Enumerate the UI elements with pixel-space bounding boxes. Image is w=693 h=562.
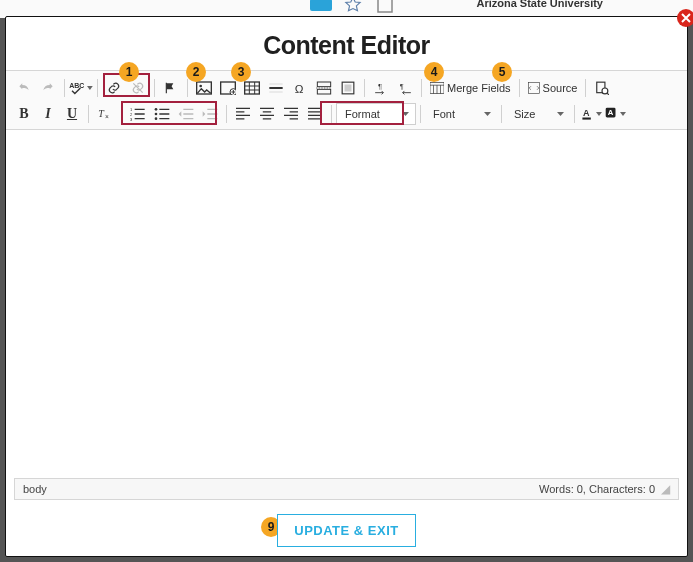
merge-fields-button[interactable]: Merge Fields bbox=[426, 77, 515, 99]
redo-button[interactable] bbox=[36, 76, 60, 100]
removeformat-button[interactable]: T× bbox=[93, 102, 117, 126]
bg-color-button[interactable]: A bbox=[603, 102, 627, 126]
svg-point-5 bbox=[199, 85, 202, 88]
link-button[interactable] bbox=[102, 76, 126, 100]
format-label: Format bbox=[345, 108, 380, 120]
page-title: Content Editor bbox=[6, 17, 687, 70]
svg-rect-10 bbox=[317, 82, 330, 87]
size-label: Size bbox=[514, 108, 535, 120]
font-dropdown[interactable]: Font bbox=[425, 103, 497, 125]
spellcheck-button[interactable]: ABC bbox=[69, 76, 93, 100]
image-button[interactable] bbox=[192, 76, 216, 100]
editor-content-area[interactable] bbox=[14, 145, 679, 468]
ltr-button[interactable]: ¶ bbox=[369, 76, 393, 100]
bold-button[interactable]: B bbox=[12, 102, 36, 126]
size-dropdown[interactable]: Size bbox=[506, 103, 570, 125]
svg-point-19 bbox=[602, 88, 608, 94]
svg-text:T: T bbox=[98, 108, 105, 119]
italic-button[interactable]: I bbox=[36, 102, 60, 126]
rtl-button[interactable]: ¶ bbox=[393, 76, 417, 100]
update-exit-button[interactable]: UPDATE & EXIT bbox=[277, 514, 416, 547]
pagebreak-button[interactable] bbox=[312, 76, 336, 100]
svg-rect-1 bbox=[378, 0, 392, 12]
svg-point-27 bbox=[155, 117, 158, 120]
embed-button[interactable] bbox=[336, 76, 360, 100]
svg-rect-13 bbox=[345, 85, 352, 92]
anchor-button[interactable] bbox=[159, 76, 183, 100]
specialchar-button[interactable]: Ω bbox=[288, 76, 312, 100]
indent-button[interactable] bbox=[198, 102, 222, 126]
align-left-button[interactable] bbox=[231, 102, 255, 126]
table-button[interactable] bbox=[240, 76, 264, 100]
svg-point-25 bbox=[155, 108, 158, 111]
bg-badge-icon bbox=[310, 0, 332, 16]
svg-rect-8 bbox=[245, 82, 260, 94]
align-justify-button[interactable] bbox=[303, 102, 327, 126]
font-label: Font bbox=[433, 108, 455, 120]
undo-button[interactable] bbox=[12, 76, 36, 100]
svg-text:¶: ¶ bbox=[400, 82, 404, 91]
toolbar-row-1: ABC Ω ¶ ¶ Merge Fields Source bbox=[12, 75, 681, 101]
bulleted-list-button[interactable] bbox=[150, 102, 174, 126]
svg-text:¶: ¶ bbox=[378, 82, 382, 91]
svg-text:ABC: ABC bbox=[69, 82, 84, 89]
footer: UPDATE & EXIT bbox=[6, 504, 687, 556]
bg-star-icon bbox=[342, 0, 364, 16]
svg-rect-29 bbox=[582, 118, 590, 120]
text-color-button[interactable]: A bbox=[579, 102, 603, 126]
svg-text:×: × bbox=[105, 113, 109, 120]
resize-grip-icon[interactable]: ◢ bbox=[661, 482, 670, 496]
iframe-button[interactable] bbox=[216, 76, 240, 100]
outdent-button[interactable] bbox=[174, 102, 198, 126]
merge-fields-label: Merge Fields bbox=[447, 82, 511, 94]
svg-rect-3 bbox=[166, 83, 167, 94]
hr-button[interactable] bbox=[264, 76, 288, 100]
numbered-list-button[interactable]: 123 bbox=[126, 102, 150, 126]
svg-text:A: A bbox=[583, 108, 590, 118]
svg-rect-17 bbox=[528, 83, 539, 94]
editor-panel: Content Editor ABC Ω ¶ ¶ Merge Fields bbox=[5, 16, 688, 557]
status-bar: body Words: 0, Characters: 0◢ bbox=[14, 478, 679, 500]
unlink-button[interactable] bbox=[126, 76, 150, 100]
format-dropdown[interactable]: Format bbox=[336, 103, 416, 125]
svg-rect-11 bbox=[317, 89, 330, 94]
svg-text:3: 3 bbox=[130, 117, 133, 121]
align-right-button[interactable] bbox=[279, 102, 303, 126]
source-button[interactable]: Source bbox=[524, 77, 582, 99]
close-button[interactable] bbox=[677, 9, 693, 27]
toolbar: ABC Ω ¶ ¶ Merge Fields Source bbox=[6, 70, 687, 130]
bg-box-icon bbox=[374, 0, 396, 16]
source-label: Source bbox=[543, 82, 578, 94]
svg-point-26 bbox=[155, 113, 158, 116]
svg-text:A: A bbox=[607, 108, 613, 117]
svg-text:Ω: Ω bbox=[295, 82, 304, 95]
status-counts: Words: 0, Characters: 0 bbox=[539, 483, 655, 495]
status-path[interactable]: body bbox=[23, 483, 47, 495]
bg-text: Arizona State University bbox=[476, 0, 603, 9]
svg-rect-0 bbox=[310, 0, 332, 11]
toolbar-row-2: B I U T× 123 Format Font Size A A bbox=[12, 101, 681, 127]
align-center-button[interactable] bbox=[255, 102, 279, 126]
underline-button[interactable]: U bbox=[60, 102, 84, 126]
preview-button[interactable] bbox=[590, 76, 614, 100]
